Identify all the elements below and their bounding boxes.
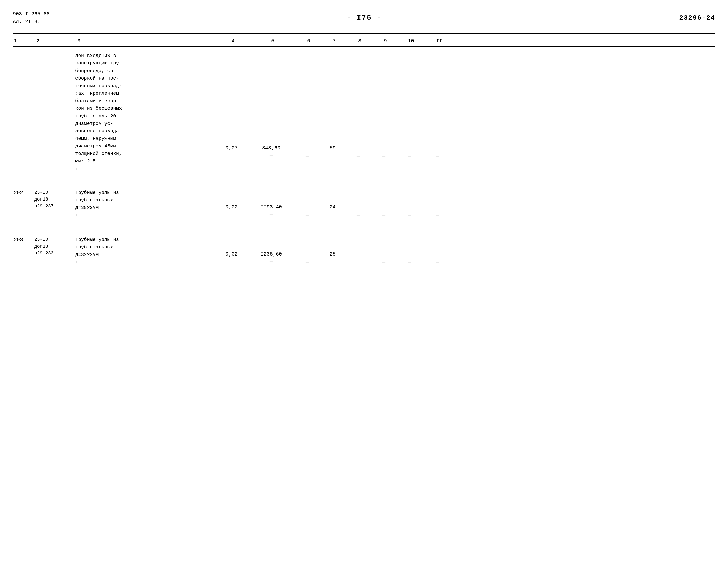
- top-divider: [13, 33, 715, 34]
- col-header-10: :10: [397, 38, 422, 44]
- col-header-9: :9: [371, 38, 397, 44]
- table-row: 293 23-IO доп18 п29-233 Трубные узлы из …: [13, 236, 715, 267]
- col-header-6: :6: [294, 38, 320, 44]
- col-header-8: :8: [345, 38, 371, 44]
- header-page-number: - I75 -: [347, 14, 382, 22]
- header-left: 903-I-265-88 Ал. 2I ч. I: [13, 10, 50, 26]
- row-292-num: 292: [13, 189, 33, 197]
- row-293-num: 293: [13, 236, 33, 244]
- row-0-col9: — —: [371, 144, 397, 161]
- row-0-col6: — —: [294, 144, 320, 161]
- row-293-col8: — ⁻⁻: [345, 250, 371, 265]
- table-body: лей входящих в конструкцию тру- бопровод…: [13, 52, 715, 267]
- row-292-col9: — —: [371, 203, 397, 220]
- row-293-col9: — —: [371, 250, 397, 267]
- row-0-ref: [33, 52, 74, 53]
- row-292-ref: 23-IO доп18 п29-237: [33, 189, 74, 210]
- header-doc-number: 903-I-265-88: [13, 10, 50, 18]
- row-0-col8: — —: [345, 144, 371, 161]
- row-0-col7: 59: [320, 144, 345, 152]
- row-293-col4: 0,02: [215, 250, 248, 259]
- table-row: 292 23-IO доп18 п29-237 Трубные узлы из …: [13, 189, 715, 220]
- row-293-col11: — —: [422, 250, 453, 267]
- main-table: I :2 :3 :4 :5 :6 :7 :8 :9 :10 :II лей вх…: [13, 35, 715, 267]
- row-0-col10: — —: [397, 144, 422, 161]
- row-0-col4: 0,07: [215, 144, 248, 152]
- row-0-desc: лей входящих в конструкцию тру- бопровод…: [74, 52, 215, 173]
- header-doc-id: 23296-24: [679, 14, 715, 22]
- row-292-col11: — —: [422, 203, 453, 220]
- col-header-5: :5: [248, 38, 294, 44]
- header-doc-sheet: Ал. 2I ч. I: [13, 18, 50, 26]
- row-292-col10: — —: [397, 203, 422, 220]
- table-row: лей входящих в конструкцию тру- бопровод…: [13, 52, 715, 173]
- col-header-4: :4: [215, 38, 248, 44]
- column-headers: I :2 :3 :4 :5 :6 :7 :8 :9 :10 :II: [13, 35, 715, 47]
- row-0-col5: 843,60 —: [248, 144, 294, 160]
- row-292-col6: — —: [294, 203, 320, 220]
- row-0-col11: — —: [422, 144, 453, 161]
- row-293-col6: — —: [294, 250, 320, 267]
- row-292-col8: — —: [345, 203, 371, 220]
- col-header-1: I: [13, 38, 33, 44]
- row-292-col7: 24: [320, 203, 345, 211]
- page-header: 903-I-265-88 Ал. 2I ч. I - I75 - 23296-2…: [13, 10, 715, 26]
- row-292-desc: Трубные узлы из труб стальных Д=38х2мм т: [74, 189, 215, 220]
- row-293-col10: — —: [397, 250, 422, 267]
- row-293-col5: I236,60 —: [248, 250, 294, 266]
- row-293-ref: 23-IO доп18 п29-233: [33, 236, 74, 257]
- col-header-7: :7: [320, 38, 345, 44]
- col-header-3: :3: [74, 38, 215, 44]
- row-0-num: [13, 52, 33, 53]
- row-293-desc: Трубные узлы из труб стальных Д=32х2мм т: [74, 236, 215, 267]
- col-header-11: :II: [422, 38, 453, 44]
- col-header-2: :2: [33, 38, 74, 44]
- row-293-col7: 25: [320, 250, 345, 259]
- row-292-col5: II93,40 —: [248, 203, 294, 219]
- row-292-col4: 0,02: [215, 203, 248, 211]
